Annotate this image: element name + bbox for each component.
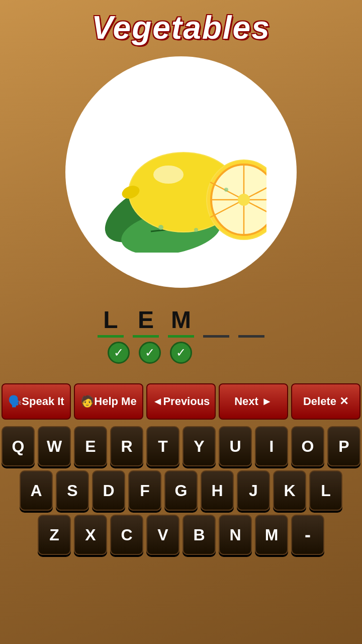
letter-slot-4 (203, 308, 229, 338)
key-J[interactable]: J (237, 470, 270, 511)
key-X[interactable]: X (74, 515, 107, 555)
letter-slot-2: E (133, 308, 159, 338)
check-empty-2 (232, 342, 254, 364)
key-M[interactable]: M (255, 515, 288, 555)
key-row-2: A S D F G H J K L (20, 470, 342, 511)
underline-1 (98, 335, 124, 338)
letter-blank-1 (204, 308, 228, 332)
key-Q[interactable]: Q (2, 426, 35, 466)
letter-slot-1: L (98, 308, 124, 338)
delete-button[interactable]: Delete ✕ (291, 383, 360, 420)
key-dash[interactable]: - (291, 515, 324, 555)
check-1: ✓ (108, 342, 130, 364)
key-S[interactable]: S (56, 470, 89, 511)
letter-E: E (134, 308, 158, 332)
previous-button[interactable]: ◄Previous (146, 383, 216, 420)
letter-slot-5 (238, 308, 264, 338)
word-area: L E M ✓ ✓ ✓ (98, 308, 264, 364)
next-button[interactable]: Next ► (219, 383, 288, 420)
key-H[interactable]: H (201, 470, 234, 511)
key-C[interactable]: C (110, 515, 143, 555)
check-2: ✓ (139, 342, 161, 364)
action-bar: 🗣️Speak It 🧑Help Me ◄Previous Next ► Del… (0, 382, 362, 421)
key-B[interactable]: B (183, 515, 216, 555)
lemon-image (96, 92, 266, 253)
letter-blank-2 (239, 308, 263, 332)
key-row-1: Q W E R T Y U I O P (2, 426, 360, 466)
svg-point-20 (158, 225, 163, 230)
svg-point-22 (224, 188, 228, 192)
page-title: Vegetables (92, 9, 270, 46)
key-I[interactable]: I (255, 426, 288, 466)
key-Z[interactable]: Z (38, 515, 71, 555)
key-R[interactable]: R (110, 426, 143, 466)
key-F[interactable]: F (128, 470, 161, 511)
key-P[interactable]: P (327, 426, 360, 466)
key-O[interactable]: O (291, 426, 324, 466)
speak-button[interactable]: 🗣️Speak It (2, 383, 71, 420)
key-T[interactable]: T (146, 426, 179, 466)
key-W[interactable]: W (38, 426, 71, 466)
key-Y[interactable]: Y (183, 426, 216, 466)
key-A[interactable]: A (20, 470, 53, 511)
underline-2 (133, 335, 159, 338)
key-row-3: Z X C V B N M - (38, 515, 324, 555)
letter-slot-3: M (168, 308, 194, 338)
check-3: ✓ (170, 342, 192, 364)
help-button[interactable]: 🧑Help Me (74, 383, 143, 420)
key-U[interactable]: U (219, 426, 252, 466)
svg-point-10 (153, 166, 184, 184)
key-L[interactable]: L (309, 470, 342, 511)
checks-row: ✓ ✓ ✓ (108, 342, 254, 364)
check-empty-1 (201, 342, 223, 364)
key-D[interactable]: D (92, 470, 125, 511)
blank-line-2 (238, 335, 264, 338)
letter-M: M (169, 308, 193, 332)
keyboard: Q W E R T Y U I O P A S D F G H J K L Z … (0, 426, 362, 555)
key-K[interactable]: K (273, 470, 306, 511)
image-circle (65, 56, 297, 288)
letters-row: L E M (98, 308, 264, 338)
svg-point-21 (194, 228, 198, 232)
key-N[interactable]: N (219, 515, 252, 555)
key-E[interactable]: E (74, 426, 107, 466)
letter-L: L (99, 308, 123, 332)
blank-line-1 (203, 335, 229, 338)
key-V[interactable]: V (146, 515, 179, 555)
key-G[interactable]: G (164, 470, 198, 511)
svg-point-18 (238, 194, 250, 206)
underline-3 (168, 335, 194, 338)
